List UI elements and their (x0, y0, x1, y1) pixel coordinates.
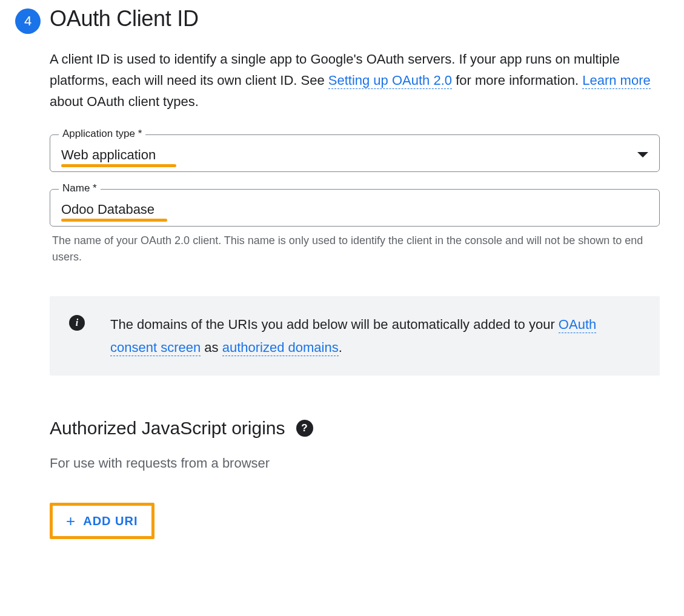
help-icon[interactable]: ? (296, 420, 313, 437)
name-input[interactable] (61, 202, 648, 217)
application-type-value: Web application (61, 147, 156, 163)
page-title: OAuth Client ID (50, 6, 660, 31)
intro-text-2: for more information. (452, 73, 582, 88)
application-type-label: Application type * (59, 128, 145, 140)
js-origins-title: Authorized JavaScript origins (50, 418, 285, 439)
application-type-select[interactable]: Application type * Web application (50, 134, 660, 172)
chevron-down-icon (637, 152, 648, 157)
name-label: Name * (59, 182, 101, 194)
info-callout: i The domains of the URIs you add below … (50, 296, 660, 376)
add-uri-highlight: + ADD URI (50, 503, 154, 539)
js-origins-subtext: For use with requests from a browser (50, 455, 660, 471)
info-text-3: . (339, 340, 342, 355)
intro-text-3: about OAuth client types. (50, 94, 199, 109)
intro-paragraph: A client ID is used to identify a single… (50, 48, 660, 113)
learn-more-link[interactable]: Learn more (582, 73, 651, 89)
highlight-underline (61, 164, 176, 167)
name-field-box: Name * (50, 189, 660, 227)
name-helper-text: The name of your OAuth 2.0 client. This … (50, 233, 660, 267)
highlight-underline (61, 219, 167, 222)
plus-icon: + (66, 513, 76, 529)
setup-oauth-link[interactable]: Setting up OAuth 2.0 (328, 73, 452, 89)
step-number-badge: 4 (15, 8, 41, 34)
info-icon: i (69, 315, 85, 331)
add-uri-label: ADD URI (83, 514, 138, 528)
info-text-1: The domains of the URIs you add below wi… (110, 317, 559, 332)
add-uri-button[interactable]: + ADD URI (53, 506, 151, 536)
info-text-2: as (201, 340, 222, 355)
authorized-domains-link[interactable]: authorized domains (222, 340, 339, 356)
